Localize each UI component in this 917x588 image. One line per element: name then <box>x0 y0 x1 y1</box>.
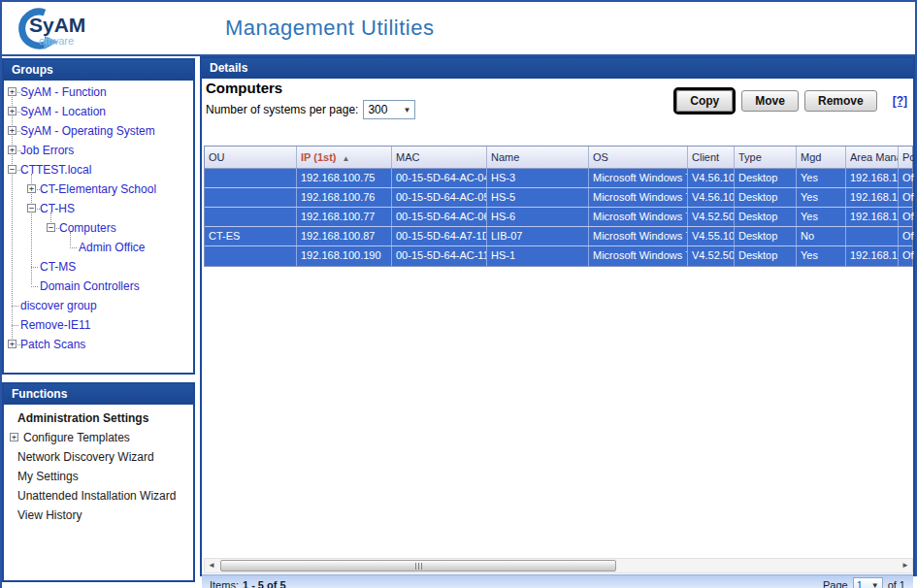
cell-mgd: Yes <box>797 246 846 266</box>
function-item-label[interactable]: My Settings <box>17 470 79 483</box>
details-panel-title: Details <box>202 58 913 79</box>
function-item-label[interactable]: Configure Templates <box>23 431 130 444</box>
tree-item-admin-office[interactable]: Admin Office <box>4 238 193 257</box>
cell-ou <box>205 169 297 187</box>
tree-item-label[interactable]: Domain Controllers <box>40 279 140 293</box>
function-item-unattended-installation-wizard[interactable]: Unattended Installation Wizard <box>4 486 193 506</box>
function-item-configure-templates[interactable]: +Configure Templates <box>4 428 193 447</box>
tree-item-syam-function[interactable]: +SyAM - Function <box>4 82 193 102</box>
tree-item-label[interactable]: SyAM - Operating System <box>20 124 155 138</box>
table-row[interactable]: 192.168.100.7600-15-5D-64-AC-05HS-5Micro… <box>205 188 912 208</box>
cell-os: Microsoft Windows 7 P <box>589 208 688 226</box>
column-header-ou[interactable]: OU <box>205 147 297 168</box>
tree-item-ct-ms[interactable]: CT-MS <box>4 257 193 277</box>
column-header-os[interactable]: OS <box>589 147 688 168</box>
tree-item-discover-group[interactable]: discover group <box>4 296 193 315</box>
tree-item-label[interactable]: Admin Office <box>79 241 145 254</box>
cell-area-manag: 192.168.10 <box>846 208 899 226</box>
tree-item-ct-hs[interactable]: −CT-HS <box>4 199 193 218</box>
tree-connector-line <box>12 306 18 307</box>
tree-item-syam-operating-system[interactable]: +SyAM - Operating System <box>4 121 193 141</box>
function-item-administration-settings[interactable]: Administration Settings <box>4 408 193 428</box>
cell-name: HS-6 <box>487 208 589 226</box>
scroll-right-icon[interactable]: ► <box>899 559 912 572</box>
column-header-ip-1st[interactable]: IP (1st)▲ <box>297 147 392 168</box>
expand-plus-icon[interactable]: + <box>10 433 18 441</box>
tree-item-label[interactable]: Job Errors <box>20 144 74 157</box>
expand-plus-icon[interactable]: + <box>8 87 16 96</box>
tree-item-patch-scans[interactable]: +Patch Scans <box>4 335 193 354</box>
function-item-my-settings[interactable]: My Settings <box>4 467 193 486</box>
remove-button[interactable]: Remove <box>804 90 877 112</box>
expand-plus-icon[interactable]: + <box>8 340 16 348</box>
cell-client: V4.52.500- <box>688 246 735 266</box>
tree-item-cttest-local[interactable]: −CTTEST.local <box>4 160 193 180</box>
tree-item-label[interactable]: CT-HS <box>40 202 75 215</box>
chevron-down-icon: ▼ <box>871 581 879 588</box>
function-item-network-discovery-wizard[interactable]: Network Discovery Wizard <box>4 447 193 467</box>
cell-os: Microsoft Windows 7 P <box>589 246 688 266</box>
tree-item-domain-controllers[interactable]: Domain Controllers <box>4 277 193 296</box>
collapse-minus-icon[interactable]: − <box>8 165 16 174</box>
function-item-label[interactable]: Administration Settings <box>17 411 148 425</box>
tree-item-label[interactable]: Computers <box>59 221 116 235</box>
column-header-type[interactable]: Type <box>735 147 797 168</box>
table-row[interactable]: 192.168.100.7500-15-5D-64-AC-04HS-3Micro… <box>205 169 912 188</box>
column-header-client[interactable]: Client <box>688 147 735 168</box>
column-header-mgd[interactable]: Mgd <box>797 147 846 168</box>
cell-name: HS-5 <box>487 188 589 207</box>
tree-item-remove-ie11[interactable]: Remove-IE11 <box>4 315 193 335</box>
column-header-pow[interactable]: Pow <box>899 147 914 168</box>
column-header-name[interactable]: Name <box>487 147 589 168</box>
cell-client: V4.55.100- <box>688 227 735 245</box>
expand-plus-icon[interactable]: + <box>27 184 36 193</box>
tree-connector-line <box>70 247 77 248</box>
tree-item-label[interactable]: discover group <box>20 299 97 312</box>
scrollbar-thumb[interactable] <box>220 560 616 572</box>
expand-plus-icon[interactable]: + <box>8 107 16 115</box>
cell-ip-1st: 192.168.100.75 <box>297 169 392 187</box>
horizontal-scrollbar[interactable]: ◄ ► <box>204 558 913 573</box>
sort-ascending-icon: ▲ <box>342 154 349 163</box>
column-header-area-manag[interactable]: Area Manag <box>846 147 899 168</box>
page-select[interactable]: 1 ▼ <box>853 577 883 588</box>
tree-item-label[interactable]: CTTEST.local <box>20 163 91 177</box>
tree-connector-line <box>31 286 38 287</box>
expand-plus-icon[interactable]: + <box>8 146 16 154</box>
column-header-mac[interactable]: MAC <box>392 147 487 168</box>
tree-item-label[interactable]: CT-MS <box>40 260 76 274</box>
cell-mac: 00-15-5D-64-AC-11 <box>392 246 487 266</box>
table-header-row: OUIP (1st)▲MACNameOSClientTypeMgdArea Ma… <box>205 147 912 169</box>
help-link[interactable]: [?] <box>893 94 907 108</box>
functions-panel-title: Functions <box>4 384 193 405</box>
table-row[interactable]: 192.168.100.7700-15-5D-64-AC-06HS-6Micro… <box>205 208 912 227</box>
collapse-minus-icon[interactable]: − <box>27 204 36 212</box>
function-item-label[interactable]: Network Discovery Wizard <box>17 450 154 464</box>
table-row[interactable]: 192.168.100.19000-15-5D-64-AC-11HS-1Micr… <box>205 246 912 266</box>
tree-item-label[interactable]: Remove-IE11 <box>20 318 90 332</box>
tree-item-job-errors[interactable]: +Job Errors <box>4 141 193 160</box>
cell-client: V4.56.100- <box>688 169 735 187</box>
tree-item-label[interactable]: SyAM - Function <box>20 85 107 99</box>
collapse-minus-icon[interactable]: − <box>47 223 55 232</box>
tree-item-ct-elementary-school[interactable]: +CT-Elementary School <box>4 180 193 199</box>
function-item-label[interactable]: View History <box>17 508 82 522</box>
tree-item-label[interactable]: CT-Elementary School <box>40 182 156 196</box>
scroll-left-icon[interactable]: ◄ <box>205 559 218 572</box>
column-header-label: Area Manag <box>850 151 899 163</box>
table-row[interactable]: CT-ES192.168.100.8700-15-5D-64-A7-1DLIB-… <box>205 227 912 246</box>
move-button[interactable]: Move <box>741 90 799 112</box>
expand-plus-icon[interactable]: + <box>8 126 16 135</box>
cell-type: Desktop <box>735 227 797 245</box>
function-item-label[interactable]: Unattended Installation Wizard <box>17 489 176 503</box>
copy-button[interactable]: Copy <box>676 90 733 112</box>
tree-item-computers[interactable]: −Computers <box>4 218 193 238</box>
cell-name: HS-3 <box>487 169 589 187</box>
tree-item-label[interactable]: Patch Scans <box>20 338 85 351</box>
computers-table: OUIP (1st)▲MACNameOSClientTypeMgdArea Ma… <box>204 146 913 267</box>
per-page-select[interactable]: 300 ▼ <box>363 100 415 119</box>
page-label: Page <box>823 579 848 588</box>
tree-item-label[interactable]: SyAM - Location <box>20 105 106 118</box>
function-item-view-history[interactable]: View History <box>4 506 193 525</box>
tree-item-syam-location[interactable]: +SyAM - Location <box>4 102 193 121</box>
